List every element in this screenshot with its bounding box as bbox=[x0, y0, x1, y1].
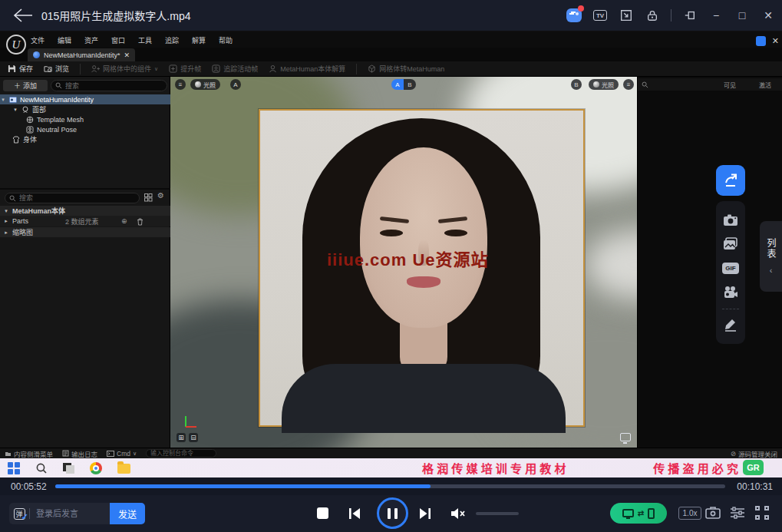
view-a-active[interactable]: A bbox=[391, 79, 404, 90]
tree-item-root[interactable]: ▾ NewMetaHumanIdentity bbox=[0, 94, 170, 104]
danmaku-toggle-icon[interactable]: 弹 ✓ bbox=[9, 503, 29, 524]
ue-menu-file[interactable]: 文件 bbox=[31, 35, 45, 45]
settings-sliders-button[interactable] bbox=[729, 505, 746, 520]
view-mode-lit-b[interactable]: 光照 bbox=[589, 79, 619, 90]
search-icon[interactable] bbox=[642, 81, 648, 88]
minimize-button[interactable]: − bbox=[708, 8, 724, 23]
view-ab-toggle[interactable]: A B bbox=[391, 79, 416, 90]
cast-to-phone-button[interactable]: ⇄ bbox=[610, 503, 667, 524]
viewport-menu-icon[interactable]: ≡ bbox=[623, 79, 634, 90]
file-explorer-icon[interactable] bbox=[117, 464, 130, 474]
console-command-box[interactable] bbox=[146, 449, 216, 458]
progress-bar[interactable] bbox=[55, 484, 725, 488]
ue-asset-tab[interactable]: NewMetaHumanIdentity* ✕ bbox=[28, 48, 135, 61]
camera-a-button[interactable]: A bbox=[230, 79, 241, 90]
details-search-input[interactable] bbox=[19, 194, 135, 202]
danmaku-bar: 弹 ✓ 发送 bbox=[9, 503, 145, 524]
send-button[interactable]: 发送 bbox=[110, 503, 145, 524]
chrome-icon[interactable] bbox=[90, 462, 102, 474]
caret-down-icon[interactable]: ▾ bbox=[12, 107, 18, 113]
pause-button[interactable] bbox=[377, 497, 408, 529]
gif-icon[interactable]: GIF bbox=[722, 260, 739, 277]
console-command-input[interactable] bbox=[150, 450, 212, 457]
tree-search-box[interactable] bbox=[51, 80, 167, 91]
ue-components-dropdown[interactable]: 网格体中的组件∨ bbox=[91, 64, 158, 74]
annotate-pen-icon[interactable] bbox=[722, 316, 739, 333]
ue-track-markers-button[interactable]: 追踪活动帧 bbox=[212, 64, 258, 74]
view-b[interactable]: B bbox=[404, 79, 416, 90]
caret-right-icon[interactable]: ▸ bbox=[3, 218, 9, 224]
maximize-button[interactable]: □ bbox=[734, 8, 750, 23]
ue-menu-help[interactable]: 帮助 bbox=[219, 35, 233, 45]
ue-menu-edit[interactable]: 编辑 bbox=[58, 35, 71, 45]
zoom-in-icon[interactable]: ⊞ bbox=[177, 433, 186, 442]
tree-item-body[interactable]: 身体 bbox=[0, 134, 170, 144]
screenshot-camera-icon[interactable] bbox=[722, 212, 739, 229]
previous-button[interactable] bbox=[347, 506, 362, 521]
pin-on-top-icon[interactable] bbox=[682, 8, 698, 23]
camera-b-button[interactable]: B bbox=[571, 79, 582, 90]
blurred-background bbox=[585, 230, 637, 299]
output-log-button[interactable]: 输出日志 bbox=[62, 449, 97, 458]
banner-text-left: 格 润 传 媒 培 训 专 用 教 材 bbox=[422, 460, 566, 476]
playlist-drawer-handle[interactable]: 列表 ‹ bbox=[760, 221, 782, 292]
add-part-button[interactable]: ＋ 添加 bbox=[3, 80, 48, 91]
details-section-header[interactable]: ▾ MetaHuman本体 bbox=[0, 206, 170, 216]
ue-viewport[interactable]: ≡ 光照 A A B B 光照 ≡ bbox=[170, 77, 637, 448]
zoom-out-icon[interactable]: ⊟ bbox=[189, 433, 198, 442]
fullscreen-button[interactable] bbox=[755, 506, 769, 520]
panel-divider[interactable] bbox=[0, 188, 170, 190]
ue-menu-tools[interactable]: 工具 bbox=[138, 35, 152, 45]
chat-input[interactable] bbox=[30, 503, 110, 524]
snapshot-button[interactable] bbox=[704, 505, 721, 520]
screen-icon[interactable] bbox=[620, 433, 631, 441]
mini-window-icon[interactable] bbox=[619, 8, 634, 23]
details-row-thumbnail[interactable]: ▸ 缩略图 bbox=[0, 227, 170, 237]
playback-speed-button[interactable]: 1.0x bbox=[678, 507, 701, 520]
game-center-icon[interactable] bbox=[566, 8, 582, 23]
share-button[interactable] bbox=[716, 165, 745, 196]
stop-button[interactable] bbox=[317, 507, 328, 519]
view-mode-lit-a[interactable]: 光照 bbox=[190, 79, 220, 90]
volume-muted-icon[interactable] bbox=[450, 506, 467, 521]
ue-menu-solve[interactable]: 解算 bbox=[192, 35, 206, 45]
tree-item-face[interactable]: ▾ 面部 bbox=[0, 104, 170, 114]
tab-close-icon[interactable]: ✕ bbox=[124, 51, 130, 59]
next-button[interactable] bbox=[417, 506, 433, 521]
ue-menu-window[interactable]: 窗口 bbox=[111, 35, 125, 45]
lock-icon[interactable] bbox=[645, 8, 660, 23]
trash-icon[interactable] bbox=[137, 218, 144, 226]
ue-promote-frame-button[interactable]: 提升帧 bbox=[169, 64, 201, 74]
ue-menu-track[interactable]: 追踪 bbox=[165, 35, 179, 45]
source-control-status[interactable]: ⊘ 源码管理关闭 bbox=[731, 449, 777, 458]
grid-view-icon[interactable] bbox=[144, 193, 153, 202]
windows-start-icon[interactable] bbox=[8, 462, 20, 474]
ue-menu-asset[interactable]: 资产 bbox=[84, 35, 98, 45]
gear-icon[interactable]: ⚙ bbox=[157, 191, 164, 200]
viewport-menu-icon[interactable]: ≡ bbox=[175, 79, 186, 90]
tree-search-input[interactable] bbox=[65, 82, 163, 90]
tree-item-neutral-pose[interactable]: Neutral Pose bbox=[0, 124, 170, 134]
taskbar-search-icon[interactable] bbox=[35, 462, 48, 474]
tree-item-template-mesh[interactable]: Template Mesh bbox=[0, 114, 170, 124]
details-row-parts[interactable]: ▸ Parts 2 数组元素 ⊕ bbox=[0, 216, 170, 226]
ue-mesh-to-metahuman-button[interactable]: 网格体转MetaHuman bbox=[368, 64, 444, 74]
caret-right-icon[interactable]: ▸ bbox=[3, 230, 9, 236]
close-button[interactable]: ✕ bbox=[761, 8, 776, 23]
task-view-icon[interactable] bbox=[63, 463, 74, 474]
image-icon[interactable] bbox=[722, 236, 739, 253]
lit-sphere-icon bbox=[593, 81, 599, 88]
back-button[interactable] bbox=[12, 7, 34, 24]
content-drawer-button[interactable]: 内容侧滑菜单 bbox=[5, 449, 53, 458]
tv-cast-icon[interactable]: TV bbox=[592, 8, 608, 23]
ue-close-icon[interactable]: ✕ bbox=[772, 36, 779, 46]
ue-identity-solve-button[interactable]: MetaHuman本体解算 bbox=[269, 64, 345, 74]
caret-down-icon[interactable]: ▾ bbox=[0, 97, 6, 103]
ue-save-button[interactable]: 保存 bbox=[8, 64, 33, 74]
volume-slider[interactable] bbox=[476, 512, 519, 515]
details-search-box[interactable] bbox=[5, 193, 140, 203]
record-video-icon[interactable] bbox=[722, 284, 739, 301]
add-element-icon[interactable]: ⊕ bbox=[121, 217, 127, 225]
cmd-dropdown[interactable]: Cmd∨ bbox=[107, 450, 137, 458]
ue-browse-button[interactable]: 浏览 bbox=[44, 64, 69, 74]
